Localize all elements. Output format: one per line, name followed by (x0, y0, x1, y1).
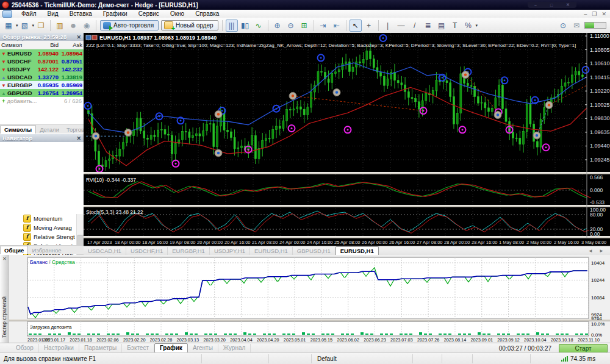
menu-4[interactable]: Сервис (133, 10, 165, 17)
chart-tab-EURGBP,H1[interactable]: EURGBP,H1 (168, 247, 210, 255)
trendline-icon[interactable]: / (409, 20, 421, 32)
tester-chart[interactable]: 2023.01.052023.01.172023.01.182023.02.06… (9, 255, 610, 343)
tab-scroll-arrows[interactable]: ◄ ► (588, 248, 606, 254)
autoscroll-icon[interactable]: ⇥ (317, 20, 329, 32)
navigator-header[interactable]: Навигатор✕ (0, 134, 84, 142)
svg-text:2023.07.26: 2023.07.26 (417, 337, 440, 343)
zoom-out-icon[interactable]: ⊖ (285, 20, 297, 32)
line-chart-icon[interactable]: ∿ (253, 20, 265, 32)
market-watch-tabs: СимволыДеталиТорговл (0, 124, 84, 134)
tester-panel-strip[interactable]: ✕ Тестер стратегий (0, 255, 10, 343)
new-chart-icon-dropdown[interactable]: ▾ (16, 23, 18, 28)
autotrade-button[interactable]: Авто-торговля (100, 20, 159, 30)
menu-2[interactable]: Вставка (64, 10, 98, 17)
levels-icon[interactable]: ▤ (436, 20, 448, 32)
svg-text:24 Apr 00:00: 24 Apr 00:00 (279, 240, 306, 245)
chart-tab-active[interactable]: EURUSD,H1 (336, 246, 379, 255)
cursor-icon[interactable]: ↖ (350, 20, 362, 32)
tester-tab-Журнал[interactable]: Журнал (218, 344, 251, 352)
fibo-icon[interactable]: ≣ (422, 20, 434, 32)
start-button[interactable]: Старт (559, 344, 608, 353)
menu-3[interactable]: Графики (98, 10, 133, 17)
zoom-in-icon[interactable]: ⊕ (271, 20, 284, 32)
svg-text:2023.02.06: 2023.02.06 (96, 337, 119, 343)
market-watch-add[interactable]: + добавить... 6 / 626 (0, 97, 84, 105)
mw-col-bid[interactable]: Bid (34, 41, 60, 49)
market-row-USDJPY[interactable]: ▼USDJPY142.122142.232 (0, 65, 84, 73)
menu-5[interactable]: Окно (165, 10, 190, 17)
down-arrow-icon: ▼ (1, 67, 6, 73)
shapes-icon[interactable]: % (462, 20, 475, 32)
svg-text:2023.10.04: 2023.10.04 (524, 337, 547, 343)
tab-Детали[interactable]: Детали (36, 126, 63, 134)
window-controls[interactable]: –□✕ (528, 2, 576, 8)
navigator-item[interactable]: fMomentum (0, 214, 84, 223)
market-row-USDCHF[interactable]: ▼USDCHF0.870010.87051 (0, 57, 84, 65)
svg-text:80.00: 80.00 (590, 212, 603, 218)
community-user-icon[interactable]: ☻ (67, 20, 79, 32)
text-icon[interactable]: T (449, 20, 461, 32)
svg-text:1.09245: 1.09245 (590, 157, 610, 163)
order-icon (164, 21, 173, 29)
down-arrow-icon: ▼ (1, 59, 6, 65)
market-row-EURGBP[interactable]: ▼EURGBP0.859350.85969 (0, 81, 84, 89)
navigator-item[interactable]: fMoving Averag (0, 223, 84, 232)
tester-tab-Агенты[interactable]: Агенты (188, 344, 218, 352)
window-icon[interactable]: ❐ (35, 20, 47, 32)
chart-shift-icon[interactable]: ⇤ (331, 20, 343, 32)
tile-windows-icon[interactable]: ⊞ (298, 20, 310, 32)
candles-icon[interactable]: ▮▯ (239, 20, 251, 32)
navigator-item[interactable]: fRelative Strengt (0, 232, 84, 241)
profiles-icon[interactable]: ▧ (19, 20, 31, 32)
profile-name[interactable]: Default (317, 355, 337, 362)
new-order-button[interactable]: Новый ордер (161, 20, 218, 30)
window-title: 25044536 - TickmillUK-Demo: Демо-счет - … (12, 2, 198, 9)
tab-Общие[interactable]: Общие (0, 246, 28, 254)
crosshair-icon[interactable]: + (363, 20, 375, 32)
svg-text:Stoch(5,3,3) 23.48 21.22: Stoch(5,3,3) 23.48 21.22 (86, 209, 143, 215)
mdi-restore-icon: ❐ (592, 11, 597, 17)
market-watch-header[interactable]: Обзор рынка: 23:59:28✕ (0, 33, 84, 41)
tester-tab-Обзор[interactable]: Обзор (11, 344, 39, 352)
close-icon[interactable]: ✕ (2, 256, 7, 262)
up-arrow-icon: ▲ (1, 91, 6, 96)
tab-Избранное[interactable]: Избранное (28, 246, 65, 254)
market-row-USDCAD[interactable]: ▲USDCAD1.337701.33819 (0, 73, 84, 81)
chart-tab-GBPUSD,H1[interactable]: GBPUSD,H1 (293, 247, 336, 255)
navigator-tabs: ОбщиеИзбранное (0, 245, 84, 254)
chart-tab-USDCHF,H1[interactable]: USDCHF,H1 (126, 247, 168, 255)
history-center-icon[interactable]: ▥ (54, 20, 66, 32)
mdi-window-controls[interactable]: –❐✕ (584, 11, 606, 17)
tab-Символы[interactable]: Символы (0, 125, 36, 134)
new-chart-icon[interactable]: ▦ (2, 20, 15, 32)
hline-icon[interactable]: — (395, 20, 407, 32)
svg-text:1.10220: 1.10220 (590, 88, 610, 94)
close-icon[interactable]: ✕ (76, 34, 81, 40)
chart-tab-USDCAD,H1[interactable]: USDCAD,H1 (84, 247, 126, 255)
mw-col-символ[interactable]: Символ (0, 41, 34, 49)
chat-icon[interactable]: ✉ (570, 20, 583, 32)
bars-icon[interactable]: ||| (226, 20, 238, 32)
vline-icon[interactable]: | (382, 20, 394, 32)
chart-tab-EURUSD,H1[interactable]: EURUSD,H1 (250, 247, 293, 255)
price-chart[interactable]: 1.110001.108051.106101.104151.102201.100… (84, 33, 610, 246)
shapes-icon-dropdown[interactable]: ▾ (476, 23, 478, 28)
menu-1[interactable]: Вид (42, 10, 64, 17)
indicator-icon: f (23, 224, 31, 232)
close-icon[interactable]: ✕ (76, 135, 81, 141)
broadcast-icon[interactable]: ◉ (81, 20, 93, 32)
svg-text:28 Apr 00:00: 28 Apr 00:00 (444, 240, 470, 245)
market-row-GBPUSD[interactable]: ▲GBPUSD1.267541.26954 (0, 89, 84, 97)
market-row-EURUSD[interactable]: ▼EURUSD1.089401.08964 (0, 49, 84, 58)
chart-tab-USDJPY,H1[interactable]: USDJPY,H1 (210, 247, 250, 255)
profiles-icon-dropdown[interactable]: ▾ (32, 23, 35, 28)
tester-tab-Параметры[interactable]: Параметры (79, 344, 122, 352)
tester-tab-Бэктест[interactable]: Бэктест (122, 344, 154, 352)
search-icon[interactable]: ⊙ (557, 20, 569, 32)
mw-col-ask[interactable]: Ask (60, 41, 84, 49)
tester-tab-График[interactable]: График (154, 343, 188, 353)
indicator-icon: f (23, 233, 31, 241)
menu-0[interactable]: Файл (16, 10, 42, 17)
menu-6[interactable]: Справка (190, 10, 224, 17)
tester-tab-Настройки[interactable]: Настройки (39, 344, 79, 352)
